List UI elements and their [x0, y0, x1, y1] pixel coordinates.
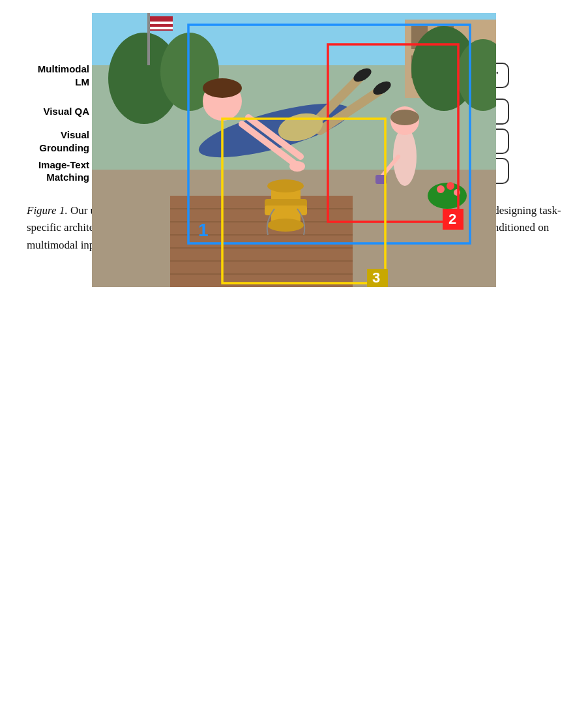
svg-point-24 [289, 161, 305, 172]
svg-rect-45 [150, 27, 173, 29]
row-label-matching: Image-Text Matching [27, 159, 98, 184]
svg-point-48 [447, 182, 454, 190]
svg-point-47 [437, 185, 445, 193]
svg-rect-12 [170, 196, 353, 287]
svg-rect-40 [147, 13, 150, 65]
svg-point-36 [267, 179, 304, 192]
svg-point-32 [390, 110, 419, 125]
svg-rect-42 [150, 16, 173, 22]
figure-label: Figure 1. [27, 204, 68, 217]
svg-text:1: 1 [198, 220, 209, 240]
svg-text:3: 3 [372, 269, 380, 286]
svg-rect-43 [150, 22, 173, 24]
row-label-vqa: Visual QA [27, 105, 98, 118]
row-label-multimodal: Multimodal LM [27, 63, 98, 88]
svg-point-39 [267, 219, 304, 232]
svg-text:2: 2 [448, 211, 456, 227]
row-label-grounding: Visual Grounding [27, 129, 98, 154]
svg-point-21 [203, 78, 242, 98]
svg-rect-44 [150, 24, 173, 27]
